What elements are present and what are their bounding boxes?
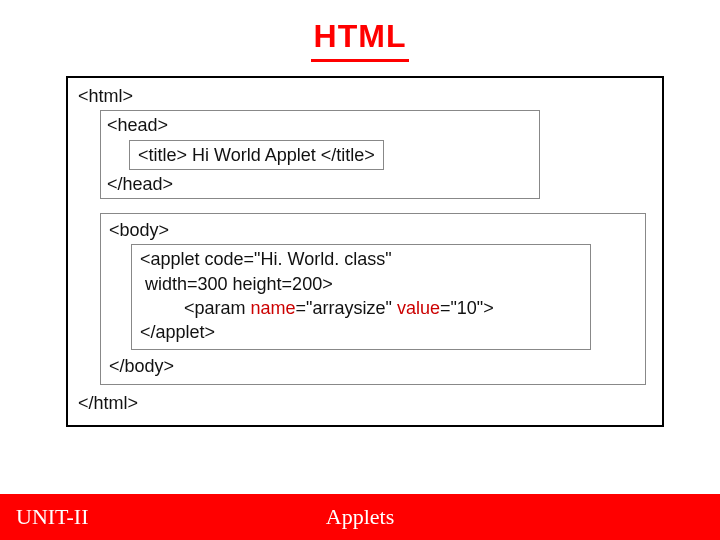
code-html-close: </html> [78, 391, 652, 415]
slide-title: HTML [0, 0, 720, 59]
footer-center: Applets [0, 504, 720, 530]
body-box: <body> <applet code="Hi. World. class" w… [100, 213, 646, 385]
title-box: <title> Hi World Applet </title> [129, 140, 384, 170]
code-param-line: <param name="arraysize" value="10"> [140, 296, 582, 320]
code-applet-open: <applet code="Hi. World. class" [140, 247, 582, 271]
code-applet-dims: width=300 height=200> [140, 272, 582, 296]
param-value-attr: value [397, 298, 440, 318]
param-prefix: <param [184, 298, 251, 318]
code-outer-box: <html> <head> <title> Hi World Applet </… [66, 76, 664, 427]
code-head-open: <head> [107, 113, 533, 137]
param-name-val: ="arraysize" [296, 298, 397, 318]
code-body-open: <body> [109, 218, 637, 242]
code-head-close: </head> [107, 172, 533, 196]
param-name-attr: name [251, 298, 296, 318]
param-value-val: ="10"> [440, 298, 494, 318]
code-body-close: </body> [109, 354, 637, 378]
applet-box: <applet code="Hi. World. class" width=30… [131, 244, 591, 349]
code-html-open: <html> [78, 84, 652, 108]
code-title-line: <title> Hi World Applet </title> [138, 143, 375, 167]
title-underline [311, 59, 409, 62]
footer-bar: UNIT-II Applets [0, 494, 720, 540]
code-applet-close: </applet> [140, 320, 582, 344]
head-box: <head> <title> Hi World Applet </title> … [100, 110, 540, 199]
